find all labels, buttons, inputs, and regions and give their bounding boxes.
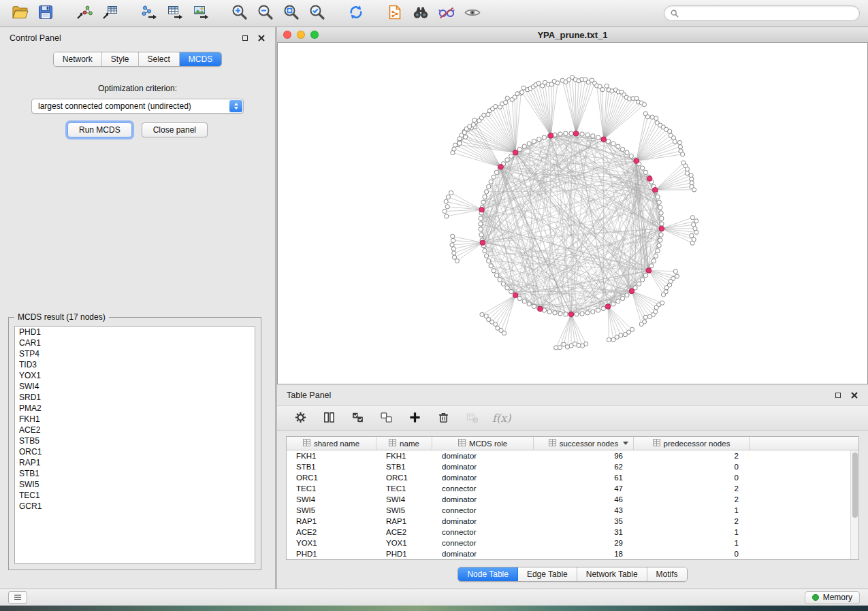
hide-annotations-button[interactable] <box>435 2 457 24</box>
function-builder-button[interactable]: f(x) <box>492 412 511 425</box>
close-panel-button[interactable] <box>256 33 267 44</box>
mcds-result-item[interactable]: PHD1 <box>15 327 255 337</box>
table-cell: YOX1 <box>376 538 432 548</box>
table-scrollbar[interactable] <box>850 450 858 559</box>
search-box[interactable] <box>664 5 860 21</box>
mcds-result-item[interactable]: RAP1 <box>15 457 255 468</box>
export-network-button[interactable] <box>138 2 160 24</box>
table-cell: 2 <box>634 483 750 494</box>
network-canvas[interactable] <box>277 43 868 384</box>
table-row[interactable]: SWI4SWI4dominator462 <box>287 494 858 505</box>
refresh-layout-button[interactable] <box>344 2 367 24</box>
application-window: Control Panel NetworkStyleSelectMCDS Opt… <box>0 0 868 611</box>
search-network-button[interactable] <box>409 2 432 24</box>
minimize-window-icon[interactable] <box>297 31 305 39</box>
close-panel-action-button[interactable]: Close panel <box>142 122 208 137</box>
mcds-result-item[interactable]: ORC1 <box>15 446 255 457</box>
delete-row-button[interactable] <box>435 410 452 427</box>
float-panel-button[interactable] <box>240 33 251 44</box>
column-header-successor-nodes[interactable]: successor nodes <box>534 437 634 450</box>
table-tabbar: Node TableEdge TableNetwork TableMotifs <box>277 567 868 582</box>
mcds-result-list[interactable]: PHD1CAR1STP4TID3YOX1SWI4SRD1PMA2FKH1ACE2… <box>14 326 255 564</box>
mcds-result-item[interactable]: PMA2 <box>15 403 255 414</box>
mcds-result-item[interactable]: SWI5 <box>15 479 255 490</box>
share-document-button[interactable] <box>383 2 406 24</box>
tab-edge-table[interactable]: Edge Table <box>518 567 577 581</box>
table-row[interactable]: RAP1RAP1dominator352 <box>287 516 858 527</box>
show-annotations-button[interactable] <box>461 2 483 24</box>
mcds-result-item[interactable]: FKH1 <box>15 414 255 425</box>
table-cell: 96 <box>534 450 634 461</box>
toolbar-group <box>344 2 367 24</box>
scrollbar-thumb[interactable] <box>852 452 858 518</box>
deselect-all-button[interactable] <box>378 410 395 427</box>
mcds-result-item[interactable]: STB1 <box>15 468 255 479</box>
columns-icon <box>323 411 336 426</box>
tab-mcds[interactable]: MCDS <box>180 52 221 66</box>
close-table-panel-button[interactable] <box>849 390 860 401</box>
mcds-result-item[interactable]: SRD1 <box>15 392 255 403</box>
criterion-dropdown[interactable]: largest connected component (undirected) <box>31 99 244 114</box>
tab-style[interactable]: Style <box>102 52 139 66</box>
column-header-predecessor-nodes[interactable]: predecessor nodes <box>634 437 750 450</box>
import-table-button[interactable] <box>99 2 121 24</box>
tab-motifs[interactable]: Motifs <box>647 567 687 581</box>
table-row[interactable]: ORC1ORC1dominator610 <box>287 472 858 483</box>
zoom-out-button[interactable] <box>254 2 276 24</box>
columns-button[interactable] <box>321 410 338 427</box>
settings-button[interactable] <box>292 410 309 427</box>
table-cell: 2 <box>634 516 750 527</box>
table-cell: RAP1 <box>376 516 432 527</box>
network-window-titlebar[interactable]: YPA_prune.txt_1 <box>277 27 868 43</box>
mcds-result-item[interactable]: GCR1 <box>15 501 255 512</box>
table-body: FKH1FKH1dominator962STB1STB1dominator620… <box>287 450 858 559</box>
toolbar-group <box>8 2 57 24</box>
mcds-result-item[interactable]: ACE2 <box>15 425 255 435</box>
task-history-button[interactable] <box>8 591 27 604</box>
open-file-button[interactable] <box>8 2 31 24</box>
table-row[interactable]: FKH1FKH1dominator962 <box>287 450 858 461</box>
export-image-button[interactable] <box>189 2 212 24</box>
select-all-button[interactable] <box>349 410 366 427</box>
save-session-button[interactable] <box>34 2 57 24</box>
table-panel-header: Table Panel <box>277 384 868 402</box>
memory-button[interactable]: Memory <box>805 591 860 604</box>
table-cell: dominator <box>432 548 534 559</box>
add-row-button[interactable] <box>406 410 423 427</box>
export-table-button[interactable] <box>163 2 186 24</box>
column-header-name[interactable]: name <box>376 437 432 450</box>
tab-network-table[interactable]: Network Table <box>577 567 647 581</box>
table-row[interactable]: STB1STB1dominator620 <box>287 461 858 472</box>
zoom-in-button[interactable] <box>228 2 251 24</box>
run-mcds-button[interactable]: Run MCDS <box>67 122 132 137</box>
table-row[interactable]: TEC1TEC1connector472 <box>287 483 858 494</box>
zoom-selected-button[interactable] <box>306 2 328 24</box>
table-cell: TEC1 <box>376 483 432 494</box>
tab-node-table[interactable]: Node Table <box>458 567 518 581</box>
zoom-fit-button[interactable] <box>280 2 302 24</box>
table-row[interactable]: YOX1YOX1connector291 <box>287 538 858 548</box>
mcds-result-item[interactable]: YOX1 <box>15 370 255 381</box>
table-row[interactable]: PHD1PHD1dominator180 <box>287 548 858 559</box>
column-header-mcds-role[interactable]: MCDS role <box>432 437 534 450</box>
table-row[interactable]: SWI5SWI5connector431 <box>287 505 858 516</box>
settings-icon <box>294 411 307 426</box>
close-window-icon[interactable] <box>283 31 291 39</box>
maximize-window-icon[interactable] <box>310 31 319 39</box>
tab-network[interactable]: Network <box>54 52 102 66</box>
mcds-result-item[interactable]: TEC1 <box>15 490 255 501</box>
column-label: name <box>400 440 419 448</box>
mcds-result-item[interactable]: CAR1 <box>15 337 255 348</box>
column-header-shared-name[interactable]: shared name <box>287 437 376 450</box>
mcds-result-item[interactable]: STB5 <box>15 435 255 446</box>
mcds-result-item[interactable]: STP4 <box>15 348 255 359</box>
search-input[interactable] <box>683 9 853 18</box>
table-row[interactable]: ACE2ACE2connector311 <box>287 527 858 538</box>
float-icon <box>835 393 841 398</box>
mcds-result-item[interactable]: SWI4 <box>15 381 255 392</box>
import-network-button[interactable] <box>73 2 95 24</box>
tab-select[interactable]: Select <box>139 52 180 66</box>
mcds-result-item[interactable]: TID3 <box>15 359 255 370</box>
float-table-panel-button[interactable] <box>833 390 843 401</box>
memory-label: Memory <box>823 593 852 602</box>
